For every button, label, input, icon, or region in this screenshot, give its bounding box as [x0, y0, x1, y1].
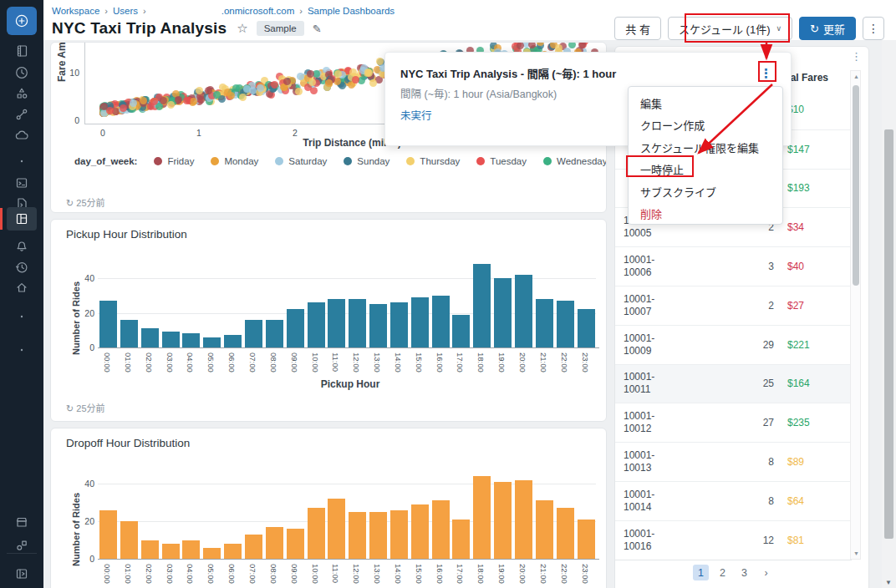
menu-item-サブスクライブ[interactable]: サブスクライブ	[629, 180, 782, 203]
scatter-point	[295, 88, 303, 95]
favorite-star-icon[interactable]: ☆	[237, 21, 247, 36]
share-button[interactable]: 共 有	[614, 17, 661, 40]
scroll-down-icon[interactable]: ▼	[853, 550, 860, 556]
header-kebab-button[interactable]: ⋮	[863, 17, 884, 40]
breadcrumb-link[interactable]: Users	[113, 6, 138, 16]
bar-x-tick: 15:00	[415, 564, 424, 588]
catalog-icon[interactable]	[7, 83, 37, 104]
dot-icon	[7, 306, 37, 327]
menu-item-削除[interactable]: 削除	[629, 203, 782, 226]
scatter-point	[120, 104, 127, 112]
scatter-point	[555, 44, 563, 52]
legend-dot	[275, 157, 283, 165]
breadcrumb-link[interactable]: Workspace	[52, 6, 99, 16]
ingestion-home-icon[interactable]	[7, 276, 37, 298]
zip-range-cell: 10001-10011	[624, 371, 703, 396]
page-scrollbar-thumb[interactable]	[884, 129, 893, 539]
zip-range-cell: 10001-10012	[624, 410, 703, 435]
bar-19:00	[494, 278, 512, 347]
page-button-3[interactable]: 3	[736, 565, 752, 580]
next-page-button[interactable]: ›	[758, 565, 774, 580]
bars-container	[99, 428, 601, 559]
sidebar-divider	[7, 553, 37, 554]
breadcrumb-separator: ›	[299, 6, 303, 16]
page-scrollbar[interactable]: ▼	[882, 40, 896, 588]
edit-pencil-icon[interactable]: ✎	[313, 23, 322, 35]
scatter-legend: day_of_week: FridayMondaySaturdaySundayT…	[74, 156, 607, 166]
bar-07:00	[245, 320, 262, 347]
table-row[interactable]: 10001-1001227$235	[615, 403, 852, 442]
scatter-point	[568, 42, 576, 48]
breadcrumb-link[interactable]: Sample Dashboards	[308, 6, 395, 16]
bar-11:00	[328, 499, 345, 559]
table-row[interactable]: 10001-1000929$221	[615, 325, 852, 364]
schedule-context-menu: 編集クローン作成スケジュール権限を編集一時停止サブスクライブ削除	[628, 86, 783, 225]
new-icon[interactable]	[7, 7, 37, 35]
menu-item-編集[interactable]: 編集	[629, 92, 782, 114]
total-fares-cell: $221	[787, 339, 837, 351]
total-fares-cell: $235	[787, 417, 837, 428]
sql-editor-icon[interactable]	[7, 172, 37, 194]
bar-x-tick: 11:00	[331, 564, 340, 588]
bar-x-tick: 17:00	[456, 564, 465, 588]
pagination: 123›	[615, 565, 852, 580]
bar-x-tick: 03:00	[165, 564, 175, 588]
trips-cell: 27	[703, 417, 774, 428]
recents-icon[interactable]	[7, 62, 37, 84]
scatter-point	[213, 91, 221, 99]
collapse-icon[interactable]	[7, 563, 37, 585]
trips-cell: 2	[703, 300, 774, 312]
schedule-kebab-icon[interactable]: ⋮	[760, 66, 772, 81]
bar-09:00	[287, 529, 304, 559]
page-button-2[interactable]: 2	[715, 565, 731, 580]
table-row[interactable]: 10001-100148$64	[615, 481, 852, 520]
table-scrollbar[interactable]: ▲ ▼	[850, 70, 861, 560]
page-button-1[interactable]: 1	[693, 565, 709, 580]
bar-17:00	[452, 315, 470, 347]
bar-x-tick: 22:00	[560, 352, 569, 383]
scrollbar-thumb[interactable]	[853, 85, 859, 286]
table-row[interactable]: 10001-1001125$164	[615, 364, 852, 403]
bar-02:00	[141, 540, 159, 560]
x-labels: 00:0001:0002:0003:0004:0005:0006:0007:00…	[99, 564, 601, 588]
total-fares-cell: $81	[787, 535, 837, 546]
card-kebab-icon[interactable]: ⋮	[851, 50, 862, 63]
scatter-point	[167, 101, 175, 109]
bar-x-tick: 00:00	[103, 564, 112, 588]
bar-05:00	[203, 337, 221, 347]
menu-item-スケジュール権限を編集[interactable]: スケジュール権限を編集	[629, 136, 782, 159]
scatter-point	[369, 79, 377, 87]
menu-item-一時停止[interactable]: 一時停止	[629, 159, 782, 181]
refresh-icon: ↻	[66, 198, 74, 208]
scroll-down-icon[interactable]: ▼	[885, 579, 892, 586]
bar-x-tick: 05:00	[206, 352, 216, 383]
notebook-icon[interactable]	[7, 40, 37, 62]
bar-x-tick: 22:00	[560, 564, 569, 588]
scatter-point	[197, 96, 205, 104]
table-row[interactable]: 10001-100072$27	[615, 286, 852, 325]
table-row[interactable]: 10001-100138$89	[615, 442, 852, 481]
compute-cloud-icon[interactable]	[7, 124, 37, 146]
dashboards-icon[interactable]	[7, 207, 37, 231]
bar-21:00	[536, 500, 553, 559]
alerts-icon[interactable]	[7, 236, 37, 257]
schedule-button[interactable]: スケジュール (1件) ∨	[668, 17, 792, 40]
bar-16:00	[432, 296, 450, 347]
legend-item-Tuesday: Tuesday	[476, 156, 527, 166]
workflows-icon[interactable]	[7, 104, 37, 125]
zip-range-cell: 10001-10006	[624, 254, 703, 279]
bar-22:00	[557, 301, 574, 347]
bar-x-tick: 23:00	[581, 352, 590, 383]
menu-item-クローン作成[interactable]: クローン作成	[629, 114, 782, 137]
breadcrumb-link[interactable]: .onmicrosoft.com	[221, 6, 295, 16]
legend-item-Friday: Friday	[154, 156, 194, 166]
sidebar	[0, 0, 43, 588]
query-history-icon[interactable]	[7, 256, 37, 278]
table-row[interactable]: 10001-100063$40	[615, 246, 852, 286]
zip-range-cell: 10001-10013	[624, 449, 703, 474]
bar-01:00	[120, 320, 138, 347]
table-row[interactable]: 10001-1001612$81	[615, 520, 852, 560]
marketplace-icon[interactable]	[7, 511, 37, 533]
scroll-up-icon[interactable]: ▲	[853, 74, 860, 79]
refresh-button[interactable]: ↻ 更新	[799, 17, 856, 40]
